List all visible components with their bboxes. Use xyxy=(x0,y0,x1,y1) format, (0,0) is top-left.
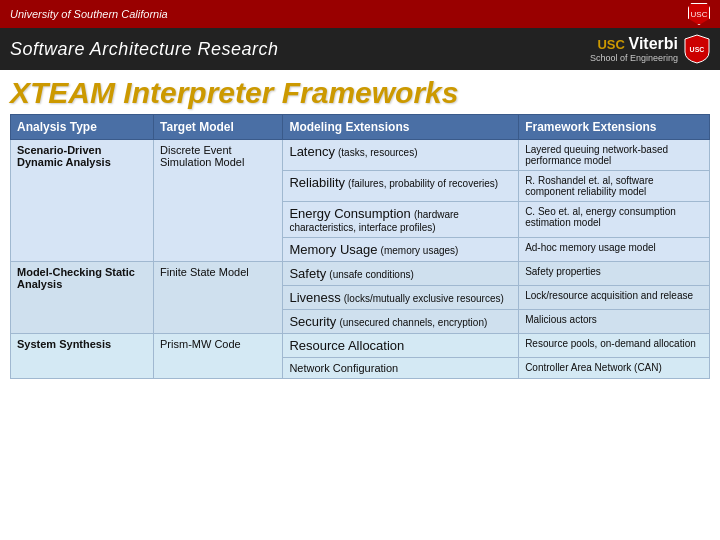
viterbi-text-block: USC Viterbi School of Engineering xyxy=(590,35,678,63)
modeling-extensions-cell: Network Configuration xyxy=(283,358,519,379)
viterbi-school-label: School of Engineering xyxy=(590,53,678,63)
usc-logo-right: USC xyxy=(688,3,710,25)
modeling-extensions-cell: Energy Consumption (hardware characteris… xyxy=(283,202,519,238)
page-title: XTEAM Interpreter Frameworks xyxy=(10,76,710,110)
col-header-target: Target Model xyxy=(154,115,283,140)
university-name: University of Southern California xyxy=(10,8,168,20)
table-row: Model-Checking Static AnalysisFinite Sta… xyxy=(11,262,710,286)
analysis-type-cell: Scenario-Driven Dynamic Analysis xyxy=(11,140,154,262)
page-title-bar: XTEAM Interpreter Frameworks xyxy=(0,70,720,114)
top-bar: University of Southern California USC xyxy=(0,0,720,28)
modeling-extensions-cell: Latency (tasks, resources) xyxy=(283,140,519,171)
usc-shield-icon: USC xyxy=(688,3,710,25)
modeling-extensions-cell: Resource Allocation xyxy=(283,334,519,358)
target-model-cell: Prism-MW Code xyxy=(154,334,283,379)
framework-extensions-cell: R. Roshandel et. al, software component … xyxy=(519,171,710,202)
framework-extensions-cell: Lock/resource acquisition and release xyxy=(519,286,710,310)
main-table: Analysis Type Target Model Modeling Exte… xyxy=(10,114,710,379)
target-model-cell: Discrete Event Simulation Model xyxy=(154,140,283,262)
framework-extensions-cell: Layered queuing network-based performanc… xyxy=(519,140,710,171)
framework-extensions-cell: Resource pools, on-demand allocation xyxy=(519,334,710,358)
col-header-modeling: Modeling Extensions xyxy=(283,115,519,140)
modeling-extensions-cell: Safety (unsafe conditions) xyxy=(283,262,519,286)
col-header-analysis: Analysis Type xyxy=(11,115,154,140)
framework-extensions-cell: Controller Area Network (CAN) xyxy=(519,358,710,379)
modeling-extensions-cell: Reliability (failures, probability of re… xyxy=(283,171,519,202)
table-row: System SynthesisPrism-MW CodeResource Al… xyxy=(11,334,710,358)
svg-text:USC: USC xyxy=(690,46,705,53)
table-body: Scenario-Driven Dynamic AnalysisDiscrete… xyxy=(11,140,710,379)
framework-extensions-cell: Malicious actors xyxy=(519,310,710,334)
analysis-type-cell: Model-Checking Static Analysis xyxy=(11,262,154,334)
table-row: Scenario-Driven Dynamic AnalysisDiscrete… xyxy=(11,140,710,171)
sub-header: Software Architecture Research USC Viter… xyxy=(0,28,720,70)
sub-header-title: Software Architecture Research xyxy=(10,39,278,60)
modeling-extensions-cell: Liveness (locks/mutually exclusive resou… xyxy=(283,286,519,310)
target-model-cell: Finite State Model xyxy=(154,262,283,334)
viterbi-shield-icon: USC xyxy=(684,34,710,64)
framework-extensions-cell: C. Seo et. al, energy consumption estima… xyxy=(519,202,710,238)
viterbi-usc-label: USC Viterbi xyxy=(597,37,678,52)
table-header-row: Analysis Type Target Model Modeling Exte… xyxy=(11,115,710,140)
viterbi-logo: USC Viterbi School of Engineering USC xyxy=(590,34,710,64)
modeling-extensions-cell: Security (unsecured channels, encryption… xyxy=(283,310,519,334)
modeling-extensions-cell: Memory Usage (memory usages) xyxy=(283,238,519,262)
table-wrapper: Analysis Type Target Model Modeling Exte… xyxy=(0,114,720,385)
framework-extensions-cell: Ad-hoc memory usage model xyxy=(519,238,710,262)
analysis-type-cell: System Synthesis xyxy=(11,334,154,379)
framework-extensions-cell: Safety properties xyxy=(519,262,710,286)
col-header-framework: Framework Extensions xyxy=(519,115,710,140)
